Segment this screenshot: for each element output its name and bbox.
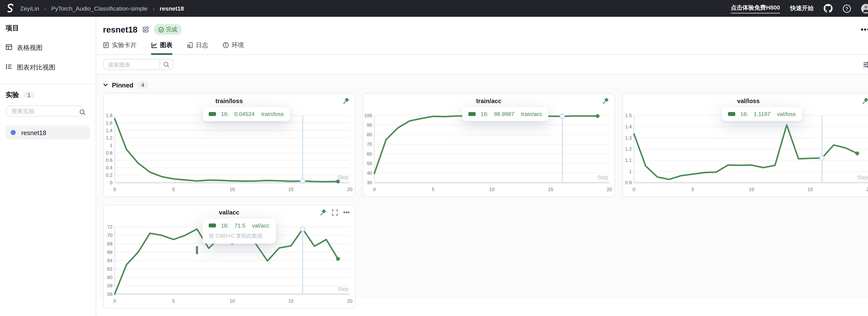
experiment-search-input[interactable]: [5, 105, 84, 116]
promo-link[interactable]: 点击体验免费H800: [731, 4, 780, 13]
swanlab-logo-icon[interactable]: [4, 3, 16, 14]
tab-logs[interactable]: 日志: [187, 41, 208, 54]
quick-start-link[interactable]: 快速开始: [790, 4, 813, 12]
series-swatch: [209, 112, 216, 116]
svg-text:90: 90: [367, 122, 372, 128]
svg-text:10: 10: [749, 187, 754, 192]
chart-search-input[interactable]: [103, 59, 159, 69]
card-icon: [103, 42, 109, 48]
svg-text:1.4: 1.4: [106, 128, 113, 133]
breadcrumb: ZeyiLin › PyTorch_Audio_Classification-s…: [20, 5, 184, 12]
chevron-down-icon[interactable]: [103, 82, 108, 87]
avatar[interactable]: [861, 4, 868, 13]
table-view-icon: [5, 42, 12, 53]
svg-text:20: 20: [347, 298, 352, 304]
svg-text:68: 68: [107, 241, 112, 247]
svg-text:56: 56: [107, 291, 112, 297]
tab-charts[interactable]: 图表: [151, 41, 172, 54]
fullscreen-icon[interactable]: [332, 209, 338, 216]
check-circle-icon: [158, 27, 164, 32]
svg-text:Step: Step: [338, 174, 349, 180]
chart-more-icon[interactable]: •••: [343, 211, 350, 214]
svg-text:15: 15: [808, 187, 813, 192]
svg-text:5: 5: [432, 187, 434, 192]
chart-compare-icon: [5, 62, 12, 72]
search-icon[interactable]: [80, 108, 86, 118]
chart-toolbar: [96, 55, 868, 75]
svg-text:5: 5: [691, 187, 694, 192]
tab-experiment-card[interactable]: 实验卡片: [103, 41, 136, 54]
main-panel: resnet18 完成 ••• 实验卡片 图表: [96, 17, 868, 316]
svg-text:0: 0: [113, 298, 116, 304]
pin-icon[interactable]: [342, 97, 350, 105]
breadcrumb-separator: ›: [44, 5, 46, 12]
series-swatch: [468, 112, 476, 116]
chart-tooltip: 16:98.9987train/acc: [462, 107, 548, 121]
status-badge: 完成: [154, 24, 182, 35]
svg-text:10: 10: [229, 187, 235, 192]
svg-text:0.4: 0.4: [106, 165, 113, 170]
experiment-search: [5, 105, 90, 116]
svg-text:20: 20: [607, 187, 612, 192]
pin-icon[interactable]: [602, 97, 609, 105]
log-icon: [187, 42, 193, 48]
sidebar-item-chart-compare-view[interactable]: 图表对比视图: [5, 62, 90, 72]
breadcrumb-experiment: resnet18: [160, 5, 184, 12]
svg-text:58: 58: [107, 283, 112, 289]
pin-icon[interactable]: [862, 97, 868, 105]
svg-text:0.9: 0.9: [625, 180, 632, 185]
more-options-icon[interactable]: •••: [861, 28, 868, 31]
chart-card-train-acc: train/acc 3040506070809010005101520Step …: [363, 93, 615, 197]
app: ZeyiLin › PyTorch_Audio_Classification-s…: [0, 0, 868, 316]
svg-text:0.2: 0.2: [106, 172, 113, 178]
svg-text:30: 30: [367, 180, 372, 185]
tab-environment[interactable]: 环境: [223, 41, 244, 54]
svg-text:100: 100: [364, 113, 372, 118]
svg-text:1.3: 1.3: [625, 135, 632, 141]
experiment-count-badge: 1: [24, 91, 34, 98]
chart-settings-icon[interactable]: [863, 61, 868, 68]
breadcrumb-user[interactable]: ZeyiLin: [20, 5, 39, 12]
svg-text:1: 1: [629, 169, 632, 174]
chart-search-button[interactable]: [159, 59, 173, 69]
svg-text:Step: Step: [857, 174, 868, 180]
pinned-count-badge: 4: [137, 81, 148, 88]
svg-text:1.2: 1.2: [625, 146, 632, 152]
svg-text:5: 5: [172, 187, 175, 192]
svg-text:1: 1: [110, 143, 113, 148]
line-chart-icon: [151, 42, 157, 48]
sidebar-item-table-view[interactable]: 表格视图: [5, 42, 90, 53]
chart-card-val-acc: ••• val/acc 56586062646668707205101520St…: [103, 204, 355, 309]
edit-title-icon[interactable]: [143, 26, 149, 32]
svg-text:20: 20: [347, 187, 352, 192]
svg-text:62: 62: [107, 266, 112, 272]
pin-icon[interactable]: [320, 209, 327, 216]
experiment-list-item[interactable]: resnet18: [5, 125, 90, 140]
svg-text:0: 0: [110, 180, 113, 185]
top-navbar: ZeyiLin › PyTorch_Audio_Classification-s…: [0, 0, 868, 17]
chart-card-train-loss: train/loss 00.20.40.60.811.21.41.61.8051…: [103, 93, 355, 197]
svg-text:Step: Step: [338, 286, 349, 292]
help-icon[interactable]: ?: [843, 4, 851, 12]
svg-text:1.5: 1.5: [625, 113, 632, 118]
breadcrumb-project[interactable]: PyTorch_Audio_Classification-simple: [51, 5, 148, 12]
page-title: resnet18: [103, 25, 137, 34]
svg-text:1.1: 1.1: [625, 157, 632, 163]
scrollbar-thumb[interactable]: [196, 246, 198, 254]
github-icon[interactable]: [824, 4, 833, 13]
svg-text:64: 64: [107, 258, 112, 263]
svg-text:66: 66: [107, 250, 112, 255]
sidebar-item-label: 表格视图: [17, 44, 42, 52]
charts-area: Pinned 4 train/loss 00.20.40.60.811.21.4…: [96, 75, 868, 298]
chart-grid: train/loss 00.20.40.60.811.21.41.61.8051…: [103, 93, 868, 309]
svg-text:60: 60: [107, 275, 112, 280]
svg-text:80: 80: [367, 132, 372, 137]
copy-hint: 按 CMD+C 复制此数据: [209, 233, 270, 240]
svg-text:1.6: 1.6: [106, 120, 113, 126]
search-icon: [163, 61, 169, 67]
svg-text:70: 70: [107, 233, 112, 238]
svg-text:0.8: 0.8: [106, 150, 113, 155]
chart-tooltip: 16:71.5val/acc 按 CMD+C 复制此数据: [203, 219, 276, 244]
svg-text:40: 40: [367, 170, 372, 176]
svg-text:0: 0: [632, 187, 635, 192]
